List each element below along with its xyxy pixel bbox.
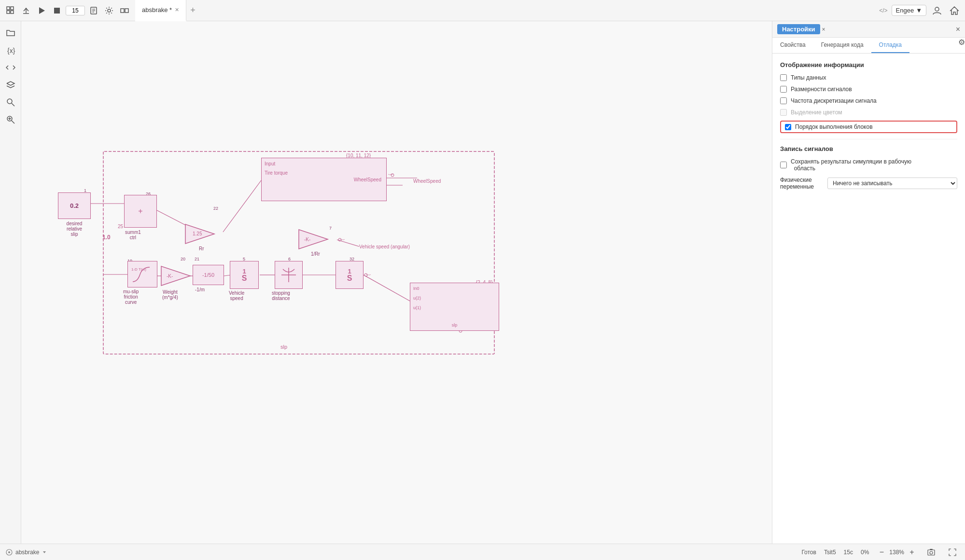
label-inv-rr: 1/Rr <box>311 251 320 257</box>
slp-u1: u(1) <box>413 305 421 310</box>
sidebar-folder-icon[interactable] <box>3 25 18 41</box>
block-desired-slip[interactable]: 0.2 <box>58 192 91 219</box>
label-mu-slip: mu-slipfrictioncurve <box>123 289 139 305</box>
screenshot-icon[interactable] <box>924 546 938 559</box>
tab-absbrake[interactable]: absbrake * ✕ <box>135 0 186 21</box>
block-value-desired: 0.2 <box>70 202 79 209</box>
svg-rect-1 <box>11 7 14 10</box>
statusbar-left: absbrake <box>6 549 47 556</box>
block-rr-triangle[interactable]: 1.25 <box>183 222 217 248</box>
svg-text:1.25: 1.25 <box>193 231 202 236</box>
ws-input-label: Input <box>265 161 383 166</box>
stop-icon[interactable] <box>50 4 64 17</box>
block-inv-rr[interactable]: -K- <box>296 227 330 253</box>
section-title-signals: Запись сигналов <box>780 145 957 152</box>
checkbox-save-results[interactable] <box>780 162 787 168</box>
block-summ1-ctrl[interactable]: + <box>124 195 157 228</box>
user-icon[interactable] <box>930 4 944 17</box>
label-desired-slip: desiredrelativeslip <box>50 221 98 237</box>
svg-line-21 <box>12 121 14 123</box>
status-tsit5: Tsit5 <box>824 549 836 556</box>
checkbox-datatypes[interactable] <box>780 74 787 81</box>
checkbox-signal-dims[interactable] <box>780 86 787 93</box>
canvas-area[interactable]: 〰 〰 〰 1 0.2 desiredrelativeslip 26 1.0 +… <box>21 21 772 544</box>
main-toolbar: 15 absbrake * ✕ + </> Engee ▼ <box>0 0 965 21</box>
tab-add-button[interactable]: + <box>186 5 199 15</box>
status-ready: Готов <box>801 549 816 556</box>
block-wheelspeed[interactable]: Input Tire torque WheelSpeed <box>261 158 387 201</box>
label-inv-m: -1/m <box>195 287 205 292</box>
block-weight[interactable]: -K- <box>159 265 193 290</box>
select-physical-vars[interactable]: Ничего не записывать <box>827 178 957 189</box>
tab-codegen[interactable]: Генерация кода <box>813 38 871 53</box>
time-counter[interactable]: 15 <box>66 6 85 15</box>
export-icon[interactable] <box>19 4 33 17</box>
sidebar-code-icon[interactable] <box>3 60 18 75</box>
svg-point-12 <box>108 9 111 12</box>
settings-icon[interactable] <box>102 4 116 17</box>
svg-point-38 <box>391 174 394 177</box>
tab-debug[interactable]: Отладка <box>871 38 909 53</box>
zoom-plus-button[interactable]: + <box>907 547 917 557</box>
svg-rect-14 <box>125 9 128 13</box>
label-stopping-dist: stoppingdistance <box>272 290 290 301</box>
blocks-icon[interactable] <box>118 4 131 17</box>
svg-point-15 <box>935 7 939 11</box>
block-vehicle-speed[interactable]: 1S <box>230 261 259 289</box>
grid-icon[interactable] <box>4 4 17 17</box>
panel-title: Настройки <box>777 24 820 34</box>
label-save-results: Сохранять результаты симуляции в рабочую… <box>791 158 911 172</box>
panel-close-button[interactable]: × <box>956 25 960 34</box>
sidebar-zoom-icon[interactable] <box>3 112 18 127</box>
svg-rect-13 <box>121 9 124 13</box>
panel-tabs: Свойства Генерация кода Отладка ⚙ <box>772 38 965 54</box>
checkbox-block-order[interactable] <box>785 124 791 130</box>
checkbox-color-highlight[interactable] <box>780 109 787 116</box>
svg-marker-56 <box>43 551 46 553</box>
svg-rect-0 <box>7 7 10 10</box>
label-block-order: Порядок выполнения блоков <box>795 123 873 130</box>
svg-point-18 <box>7 99 12 104</box>
statusbar: absbrake Готов Tsit5 15c 0% − 138% + <box>0 544 965 560</box>
engee-user-dropdown[interactable]: Engee ▼ <box>892 5 926 16</box>
block-stopping-dist[interactable] <box>275 261 303 289</box>
dropdown-arrow-icon <box>42 550 47 555</box>
zoom-minus-button[interactable]: − <box>877 547 886 557</box>
checkbox-row-color-highlight: Выделение цветом <box>780 109 957 116</box>
svg-marker-50 <box>161 266 190 286</box>
toolbar-right: </> Engee ▼ <box>879 4 961 17</box>
file-icon[interactable] <box>87 4 100 17</box>
label-sample-rate: Частота дискретизации сигнала <box>791 97 877 104</box>
status-percent: 0% <box>861 549 869 556</box>
label-vehicle-angular: Vehicle speed (angular) <box>359 244 410 249</box>
summ-plus: + <box>138 207 142 216</box>
code-toggle-icon[interactable]: </> <box>879 7 887 14</box>
block-slp[interactable]: In0 u(2) u(1) slp <box>410 283 499 331</box>
label-25: 25 <box>118 224 123 229</box>
panel-title-close[interactable]: × <box>822 26 825 33</box>
sidebar-brace-icon[interactable]: {x} <box>3 42 18 58</box>
checkbox-sample-rate[interactable] <box>780 97 787 104</box>
block-stop-dist-32[interactable]: 1S <box>336 261 364 289</box>
sidebar-search-icon[interactable] <box>3 95 18 110</box>
zoom-controls: − 138% + <box>877 547 917 557</box>
block-inv-m[interactable]: -1/50 <box>193 265 224 285</box>
panel-adjust-icon[interactable]: ⚙ <box>958 38 965 53</box>
label-weight: Weight(m*g/4) <box>162 289 178 300</box>
fullscreen-icon[interactable] <box>946 546 959 559</box>
checkbox-row-sample-rate: Частота дискретизации сигнала <box>780 97 957 104</box>
svg-text:-K-: -K- <box>167 273 173 279</box>
label-summ1: summ1ctrl <box>125 230 141 240</box>
tab-close-icon[interactable]: ✕ <box>175 7 179 13</box>
tab-properties[interactable]: Свойства <box>772 38 813 53</box>
svg-rect-59 <box>930 549 933 550</box>
play-icon[interactable] <box>35 4 48 17</box>
sidebar-layers-icon[interactable] <box>3 77 18 93</box>
ws-output-label: WheelSpeed <box>354 177 381 182</box>
tab-bar: absbrake * ✕ + <box>133 0 877 21</box>
block-mu-slip[interactable]: 1-D T(w) <box>127 261 157 287</box>
slp-u2: u(2) <box>413 296 421 300</box>
home-icon[interactable] <box>948 4 961 17</box>
svg-text:〰: 〰 <box>366 273 371 278</box>
tab-label: absbrake * <box>142 6 172 14</box>
